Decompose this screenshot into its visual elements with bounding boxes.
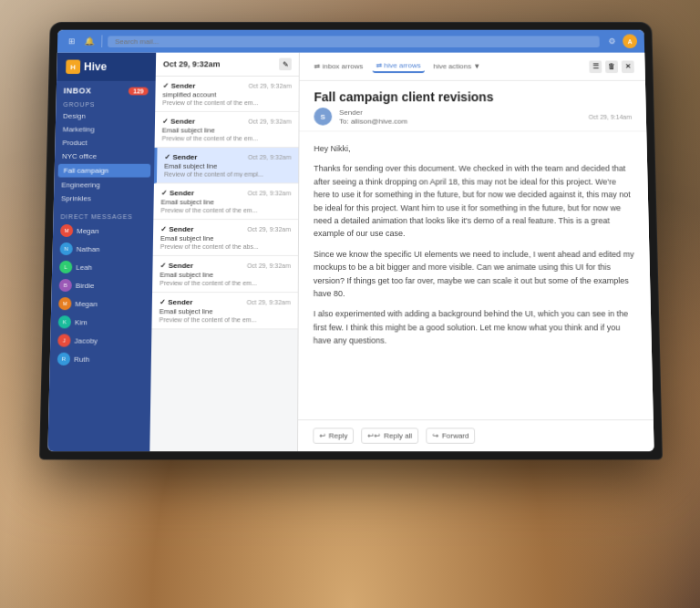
email-subject-0: simplified account (162, 91, 291, 99)
email-item-top-4: ✓ Sender Oct 29, 9:32am (160, 225, 291, 233)
dm-item-kim[interactable]: K Kim (51, 313, 152, 331)
laptop-screen-inner: ⊞ 🔔 ⚙ A H Hi (47, 30, 654, 451)
hive-logo: H (66, 60, 80, 75)
delete-icon[interactable]: 🗑 (605, 60, 618, 73)
email-sender-1: ✓ Sender (162, 118, 195, 126)
email-preview-0: Preview of the content of the em... (162, 99, 292, 106)
dm-item-megan[interactable]: M Megan (53, 222, 153, 240)
email-item-0[interactable]: ✓ Sender Oct 29, 9:32am simplified accou… (155, 77, 299, 112)
dm-name-nathan: Nathan (77, 244, 100, 252)
dm-name-kim: Kim (75, 318, 88, 326)
email-body-greeting: Hey Nikki, (314, 142, 633, 155)
close-icon[interactable]: ✕ (622, 60, 634, 73)
reply-all-icon: ↩↩ (368, 431, 381, 439)
dm-item-birdie[interactable]: B Birdie (51, 276, 152, 294)
email-list-panel: Oct 29, 9:32am ✎ ✓ Sender Oct 29, 9:32am… (149, 53, 300, 451)
dm-avatar-ruth: R (57, 353, 70, 366)
sidebar-item-product[interactable]: Product (55, 136, 154, 149)
forward-icon: ↪ (433, 431, 439, 439)
email-subject-3: Email subject line (161, 198, 292, 206)
tab-hive-arrows[interactable]: ⇄ hive arrows (372, 60, 424, 74)
email-date-6: Oct 29, 9:32am (247, 299, 291, 305)
sidebar-item-fall-campaign[interactable]: Fall campaign (58, 164, 151, 178)
hive-logo-text: H (70, 63, 76, 71)
email-preview-2: Review of the content of my empl... (164, 171, 291, 178)
dm-avatar-nathan: N (60, 242, 73, 255)
email-body-p3: I also experimented with adding a backgr… (314, 307, 637, 347)
inbox-section: INBOX 129 (57, 81, 156, 98)
bell-icon[interactable]: 🔔 (82, 35, 97, 48)
dm-item-leah[interactable]: L Leah (52, 258, 153, 276)
email-preview-1: Preview of the content of the em... (162, 135, 292, 141)
tab-hive-actions[interactable]: hive actions ▼ (429, 61, 484, 73)
sidebar-title: Hive (84, 61, 107, 74)
email-date-5: Oct 29, 9:32am (247, 263, 291, 269)
sidebar-item-marketing[interactable]: Marketing (56, 123, 155, 137)
tab-inbox-arrows[interactable]: ⇄ inbox arrows (311, 61, 367, 73)
dm-item-nathan[interactable]: N Nathan (52, 240, 152, 258)
email-date-1: Oct 29, 9:32am (248, 119, 291, 125)
dm-item-megan2[interactable]: M Megan (51, 294, 152, 313)
dm-avatar-kim: K (58, 315, 71, 328)
settings-icon[interactable]: ⚙ (604, 35, 619, 48)
email-subject-title: Fall campaign client revisions (314, 90, 631, 105)
email-content-panel: ⇄ inbox arrows ⇄ hive arrows hive action… (298, 53, 654, 451)
toolbar-divider (101, 35, 102, 47)
email-sender-6: ✓ Sender (160, 298, 193, 306)
email-preview-3: Preview of the content of the em... (160, 207, 291, 213)
inbox-label: INBOX (64, 87, 92, 96)
email-item-3[interactable]: ✓ Sender Oct 29, 9:32am Email subject li… (153, 183, 298, 220)
reply-all-button[interactable]: ↩↩ Reply all (362, 428, 419, 443)
dm-avatar-megan: M (60, 224, 73, 237)
laptop-screen-outer: ⊞ 🔔 ⚙ A H Hi (40, 23, 662, 459)
email-content-header: ⇄ inbox arrows ⇄ hive arrows hive action… (300, 53, 645, 81)
dm-item-jacoby[interactable]: J Jacoby (50, 331, 151, 349)
email-date-4: Oct 29, 9:32am (247, 226, 291, 232)
email-to-address: To: allison@hive.com (339, 117, 407, 125)
toolbar-right: ⚙ A (604, 35, 637, 48)
email-item-1[interactable]: ✓ Sender Oct 29, 9:32am Email subject li… (155, 112, 299, 148)
email-subject-5: Email subject line (160, 271, 291, 279)
sidebar-item-design[interactable]: Design (56, 109, 155, 123)
email-meta: S Sender To: allison@hive.com Oct 29, 9:… (314, 108, 632, 126)
email-from-avatar: S (314, 108, 332, 126)
email-content-actions: ☰ 🗑 ✕ (589, 60, 634, 73)
laptop-frame: ⊞ 🔔 ⚙ A H Hi (46, 18, 656, 456)
sidebar-item-nyc-office[interactable]: NYC office (55, 149, 155, 163)
email-item-2[interactable]: ✓ Sender Oct 29, 9:32am Email subject li… (154, 148, 298, 183)
reply-button[interactable]: ↩ Reply (313, 428, 354, 443)
dm-avatar-leah: L (59, 261, 72, 273)
dm-name-megan2: Megan (75, 300, 98, 308)
dm-name-leah: Leah (76, 263, 92, 271)
email-item-4[interactable]: ✓ Sender Oct 29, 9:32am Email subject li… (153, 220, 298, 256)
email-subject-1: Email subject line (162, 127, 292, 135)
email-item-top-3: ✓ Sender Oct 29, 9:32am (161, 189, 292, 197)
compose-icon[interactable]: ✎ (279, 58, 292, 71)
sidebar-item-engineering[interactable]: Engineering (54, 179, 154, 192)
email-item-6[interactable]: ✓ Sender Oct 29, 9:32am Email subject li… (151, 293, 297, 329)
dm-name-birdie: Birdie (76, 281, 95, 289)
dm-name-megan: Megan (77, 227, 99, 235)
toolbar-avatar: A (623, 35, 637, 48)
email-content-tabs: ⇄ inbox arrows ⇄ hive arrows hive action… (311, 60, 485, 74)
forward-button[interactable]: ↪ Forward (426, 428, 475, 443)
email-date-0: Oct 29, 9:32am (248, 83, 291, 89)
email-date-3: Oct 29, 9:32am (248, 190, 292, 196)
sidebar-header: H Hive (57, 53, 156, 81)
email-list-title: Oct 29, 9:32am (163, 60, 221, 69)
dm-item-ruth[interactable]: R Ruth (50, 350, 151, 368)
reply-all-label: Reply all (384, 431, 412, 439)
dm-avatar-birdie: B (59, 279, 72, 292)
toolbar-search-input[interactable] (108, 36, 600, 47)
email-subject-header: Fall campaign client revisions S Sender … (299, 81, 646, 132)
sidebar-item-sprinkles[interactable]: Sprinkles (54, 191, 154, 205)
archive-icon[interactable]: ☰ (589, 60, 602, 73)
email-item-top-1: ✓ Sender Oct 29, 9:32am (162, 118, 292, 126)
email-footer: ↩ Reply ↩↩ Reply all ↪ Forward (298, 419, 654, 451)
groups-section-label: GROUPS (56, 97, 155, 109)
email-item-5[interactable]: ✓ Sender Oct 29, 9:32am Email subject li… (152, 256, 298, 293)
email-body: Hey Nikki, Thanks for sending over this … (298, 131, 654, 419)
email-body-p1: Thanks for sending over this document. W… (314, 162, 634, 241)
dm-avatar-jacoby: J (57, 334, 70, 346)
grid-icon[interactable]: ⊞ (65, 35, 79, 48)
